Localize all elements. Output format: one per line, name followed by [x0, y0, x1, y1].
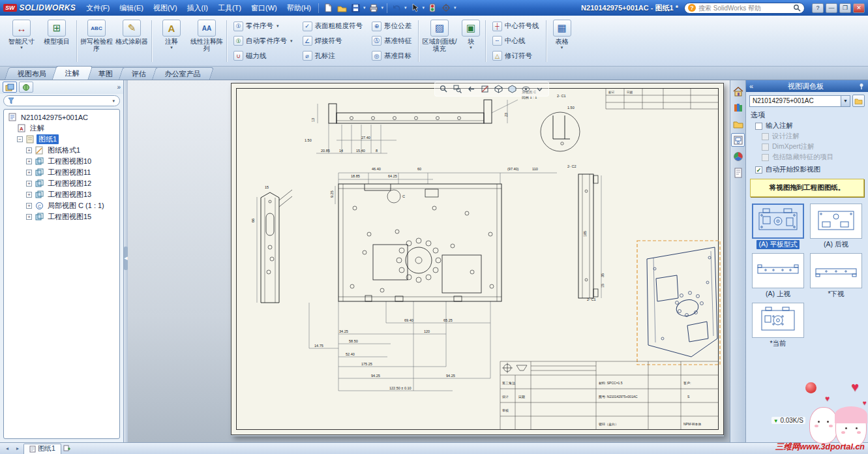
tree-root[interactable]: N210142975+001AC: [4, 112, 119, 123]
graphics-area[interactable]: 标记 日期 第三角法设计日期审核材料: SPCC=1.5图号: N2101429…: [128, 80, 730, 442]
dimension-label[interactable]: 2- C2: [567, 164, 576, 168]
document-combo[interactable]: N210142975+001AC ▼: [749, 95, 850, 107]
design-library-tab[interactable]: [731, 100, 745, 114]
dimension-label[interactable]: 35: [601, 273, 605, 277]
expand-expander[interactable]: +: [26, 159, 32, 164]
undo-dropdown-arrow[interactable]: ▾: [404, 5, 407, 10]
custom-properties-tab[interactable]: [731, 166, 745, 179]
print-button[interactable]: [367, 2, 380, 14]
select-dropdown-arrow[interactable]: ▾: [423, 5, 425, 10]
feature-manager-tab[interactable]: [3, 82, 17, 93]
dimension-label[interactable]: 94.25: [371, 374, 380, 378]
tree-item-sheet1[interactable]: −图纸1: [4, 134, 119, 145]
dimension-label[interactable]: 94.25: [446, 374, 455, 378]
file-explorer-tab[interactable]: [731, 117, 745, 130]
maximize-button[interactable]: ❐: [839, 3, 851, 13]
revision-symbol-button[interactable]: △修订符号: [490, 50, 542, 63]
dimension-label[interactable]: 18.85: [351, 174, 360, 178]
thumbnail-top-view[interactable]: (A) 上视: [751, 253, 805, 299]
checkbox-design-annotations[interactable]: 设计注解: [746, 131, 868, 142]
linear-note-pattern-button[interactable]: AA线性注释阵列: [189, 18, 224, 65]
zoom-area-button[interactable]: [451, 83, 464, 95]
tables-dropdown[interactable]: ▾: [561, 45, 563, 50]
dimension-label[interactable]: 58.50: [349, 339, 358, 343]
save-button[interactable]: [349, 2, 362, 14]
note-button[interactable]: A注释▾: [154, 18, 189, 65]
view-settings-dropdown[interactable]: [533, 83, 546, 95]
format-painter-button[interactable]: ✎格式涂刷器: [114, 18, 149, 65]
pin-icon[interactable]: [858, 83, 865, 89]
magnetic-line-button[interactable]: ∪磁力线: [231, 50, 296, 63]
drawing-sheet[interactable]: 标记 日期 第三角法设计日期审核材料: SPCC=1.5图号: N2101429…: [231, 83, 724, 436]
thumbnail-image[interactable]: [752, 303, 804, 338]
thumbnail-rear-view[interactable]: (A) 后视: [809, 204, 863, 249]
expand-expander[interactable]: +: [26, 181, 32, 187]
section-view-button[interactable]: [479, 83, 491, 95]
close-button[interactable]: ✕: [853, 3, 865, 13]
minimize-button[interactable]: —: [826, 3, 837, 13]
blocks-dropdown[interactable]: ▾: [470, 45, 472, 50]
tree-filter-box[interactable]: ▾: [3, 95, 120, 106]
print-dropdown-arrow[interactable]: ▾: [382, 5, 384, 10]
thumbnail-image[interactable]: [752, 204, 804, 239]
undo-button[interactable]: [390, 2, 403, 14]
dimension-label[interactable]: 9.25: [330, 190, 334, 198]
note-dropdown[interactable]: ▾: [170, 45, 173, 50]
thumbnail-bottom-view[interactable]: *下视: [809, 253, 863, 299]
auto-balloon-dropdown[interactable]: ▾: [290, 38, 293, 44]
checkbox-dimxpert-annotations[interactable]: DimXpert注解: [746, 142, 868, 152]
checkbox-box[interactable]: ✓: [755, 166, 762, 174]
view-orientation-button[interactable]: [492, 83, 505, 95]
previous-sheet-button[interactable]: ◂: [3, 444, 12, 453]
thumbnail-image[interactable]: [752, 253, 804, 288]
dimension-label[interactable]: 2- C1: [557, 94, 565, 98]
menu-help[interactable]: 帮助(H): [282, 1, 316, 15]
titleblock-text[interactable]: 设计: [501, 395, 509, 399]
dimension-label[interactable]: C: [402, 194, 405, 198]
dimension-label[interactable]: 23: [504, 113, 508, 117]
new-document-button[interactable]: [322, 2, 335, 14]
dimension-label[interactable]: 15: [601, 284, 605, 288]
next-sheet-button[interactable]: ▸: [13, 444, 22, 453]
tab-view-layout[interactable]: 视图布局: [5, 67, 59, 80]
weld-symbol-button[interactable]: ∠焊接符号: [300, 35, 366, 48]
tree-item-view11[interactable]: +工程图视图11: [4, 167, 119, 178]
tree-item-view10[interactable]: +工程图视图10: [4, 156, 119, 167]
display-style-button[interactable]: [506, 83, 518, 95]
center-mark-button[interactable]: ┼中心符号线: [490, 20, 542, 33]
checkbox-box[interactable]: [762, 154, 769, 161]
dimension-label[interactable]: 120: [424, 329, 430, 333]
smart-dimension-button[interactable]: ↔智能尺寸▾: [4, 18, 39, 65]
checkbox-box[interactable]: [755, 123, 762, 130]
area-hatch-button[interactable]: ▨区域剖面线/填充: [421, 18, 458, 65]
thumbnail-current-view[interactable]: *当前: [751, 303, 805, 348]
dimension-label[interactable]: 64.25: [388, 174, 397, 178]
dimension-label[interactable]: 14.75: [314, 344, 323, 348]
appearances-tab[interactable]: [731, 149, 745, 163]
dimension-label[interactable]: 175.25: [361, 362, 372, 366]
tree-item-detail-view-c[interactable]: +C局部视图 C (1 : 1): [4, 200, 119, 211]
menu-tools[interactable]: 工具(T): [213, 1, 246, 15]
save-dropdown-arrow[interactable]: ▾: [363, 5, 366, 10]
dimension-label[interactable]: 60: [417, 167, 421, 171]
smart-dimension-dropdown[interactable]: ▾: [20, 45, 23, 50]
thumbnail-image[interactable]: [810, 204, 862, 239]
combo-dropdown-arrow[interactable]: ▼: [841, 96, 850, 106]
auto-balloon-button[interactable]: ①自动零件序号▾: [231, 35, 296, 48]
model-items-button[interactable]: ⊞模型项目: [39, 18, 74, 65]
search-icon[interactable]: [793, 4, 801, 12]
titleblock-text[interactable]: 镀锌（蓝白）: [599, 422, 618, 427]
rebuild-button[interactable]: [426, 2, 439, 14]
dimension-label[interactable]: 110: [532, 167, 538, 171]
dimension-label[interactable]: 66: [251, 219, 255, 222]
titleblock-text[interactable]: 日期: [518, 395, 525, 399]
balloon-dropdown[interactable]: ▾: [277, 23, 279, 29]
dimension-label[interactable]: 15.40: [356, 149, 365, 153]
sheet-tab[interactable]: 图纸1: [23, 444, 61, 454]
menu-window[interactable]: 窗口(W): [247, 1, 282, 15]
options-dropdown-arrow[interactable]: ▾: [454, 5, 456, 10]
dimension-label[interactable]: 2- C1: [587, 297, 595, 301]
tree-item-view15[interactable]: +工程图视图15: [4, 211, 119, 222]
dimension-label[interactable]: 185: [583, 231, 587, 237]
geometric-tolerance-button[interactable]: ⊕形位公差: [369, 20, 414, 33]
